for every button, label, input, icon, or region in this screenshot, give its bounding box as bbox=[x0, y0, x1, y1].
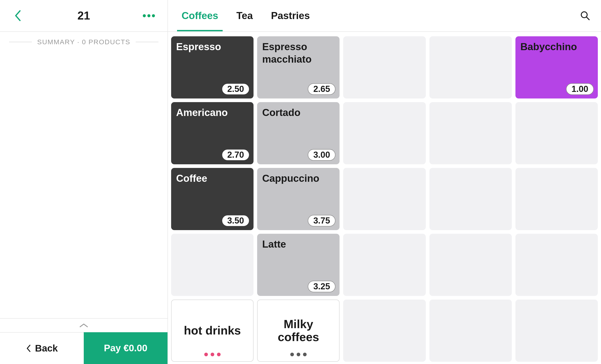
order-panel: 21 ••• SUMMARY · 0 PRODUCTS bbox=[0, 0, 168, 364]
empty-tile bbox=[515, 102, 598, 164]
empty-tile bbox=[430, 300, 512, 362]
tab-tea[interactable]: Tea bbox=[236, 0, 253, 31]
product-tile[interactable]: Espresso2.50 bbox=[171, 36, 253, 98]
product-name: Espresso macchiato bbox=[262, 40, 335, 65]
product-tile[interactable]: Coffee3.50 bbox=[171, 168, 253, 230]
back-arrow-button[interactable] bbox=[11, 9, 25, 22]
product-name: Cappuccino bbox=[262, 172, 335, 185]
empty-tile bbox=[430, 36, 512, 98]
catalog-panel: CoffeesTeaPastries Espresso2.50Espresso … bbox=[168, 0, 601, 364]
subcategory-tile[interactable]: Milky coffees bbox=[257, 300, 340, 362]
product-tile[interactable]: Latte3.25 bbox=[257, 234, 340, 296]
product-price: 3.00 bbox=[308, 149, 335, 161]
product-price: 3.50 bbox=[222, 215, 250, 226]
empty-tile bbox=[343, 300, 426, 362]
summary-divider: SUMMARY · 0 PRODUCTS bbox=[0, 32, 168, 46]
chevron-left-icon bbox=[15, 10, 22, 21]
order-number: 21 bbox=[77, 9, 90, 22]
dots-icon: ••• bbox=[142, 10, 156, 22]
product-tile[interactable]: Americano2.70 bbox=[171, 102, 253, 164]
product-price: 1.00 bbox=[566, 83, 594, 95]
product-price: 2.65 bbox=[308, 83, 335, 95]
product-price: 2.70 bbox=[222, 149, 250, 161]
pay-button-label: Pay €0.00 bbox=[104, 343, 148, 354]
subcategory-name: hot drinks bbox=[184, 324, 241, 337]
subcategory-name: Milky coffees bbox=[263, 318, 334, 344]
product-name: Babycchino bbox=[521, 40, 593, 53]
divider-line bbox=[9, 42, 32, 42]
product-tile[interactable]: Babycchino1.00 bbox=[515, 36, 598, 98]
empty-tile bbox=[171, 234, 253, 296]
chevron-up-icon bbox=[79, 323, 88, 328]
empty-tile bbox=[515, 300, 598, 362]
product-price: 3.75 bbox=[308, 215, 335, 226]
empty-tile bbox=[430, 234, 512, 296]
pay-button[interactable]: Pay €0.00 bbox=[84, 332, 168, 364]
product-tile[interactable]: Cappuccino3.75 bbox=[257, 168, 340, 230]
empty-tile bbox=[430, 102, 512, 164]
product-price: 2.50 bbox=[222, 83, 250, 95]
empty-tile bbox=[343, 102, 426, 164]
catalog-header: CoffeesTeaPastries bbox=[168, 0, 601, 32]
order-header: 21 ••• bbox=[0, 0, 168, 32]
back-button-label: Back bbox=[35, 343, 58, 354]
product-tile[interactable]: Cortado3.00 bbox=[257, 102, 340, 164]
page-dots-icon bbox=[171, 353, 253, 356]
search-button[interactable] bbox=[578, 9, 592, 22]
empty-tile bbox=[515, 234, 598, 296]
product-name: Coffee bbox=[176, 172, 249, 185]
product-tile[interactable]: Espresso macchiato2.65 bbox=[257, 36, 340, 98]
page-dots-icon bbox=[258, 353, 339, 356]
empty-tile bbox=[430, 168, 512, 230]
collapse-handle[interactable] bbox=[0, 319, 168, 332]
product-price: 3.25 bbox=[308, 281, 335, 292]
chevron-left-icon bbox=[26, 344, 31, 353]
product-name: Americano bbox=[176, 106, 249, 119]
product-grid: Espresso2.50Espresso macchiato2.65Babycc… bbox=[171, 36, 598, 361]
product-name: Cortado bbox=[262, 106, 335, 119]
subcategory-tile[interactable]: hot drinks bbox=[171, 300, 253, 362]
category-tabs: CoffeesTeaPastries bbox=[181, 0, 310, 31]
empty-tile bbox=[515, 168, 598, 230]
empty-tile bbox=[343, 168, 426, 230]
summary-label: SUMMARY · 0 PRODUCTS bbox=[32, 38, 136, 46]
empty-tile bbox=[343, 36, 426, 98]
search-icon bbox=[580, 11, 590, 21]
product-name: Latte bbox=[262, 238, 335, 250]
divider-line bbox=[136, 42, 158, 42]
more-options-button[interactable]: ••• bbox=[142, 9, 156, 22]
svg-line-1 bbox=[586, 17, 589, 20]
empty-tile bbox=[343, 234, 426, 296]
tab-pastries[interactable]: Pastries bbox=[271, 0, 310, 31]
order-footer: Back Pay €0.00 bbox=[0, 318, 168, 364]
product-name: Espresso bbox=[176, 40, 249, 53]
back-button[interactable]: Back bbox=[0, 332, 84, 364]
tab-coffees[interactable]: Coffees bbox=[181, 0, 218, 31]
